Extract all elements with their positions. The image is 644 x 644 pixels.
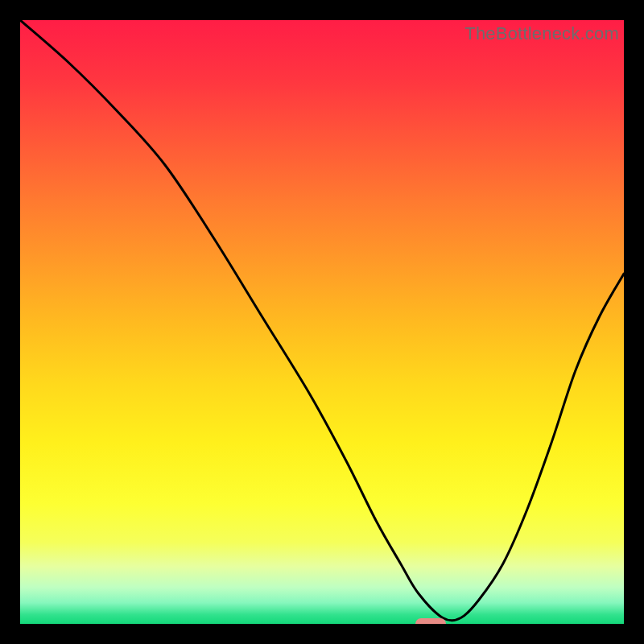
watermark-text: TheBottleneck.com: [464, 23, 619, 44]
optimum-marker: [415, 618, 446, 624]
plot-area: TheBottleneck.com: [20, 20, 624, 624]
bottleneck-curve: [20, 20, 624, 624]
outer-frame: TheBottleneck.com: [0, 0, 644, 644]
